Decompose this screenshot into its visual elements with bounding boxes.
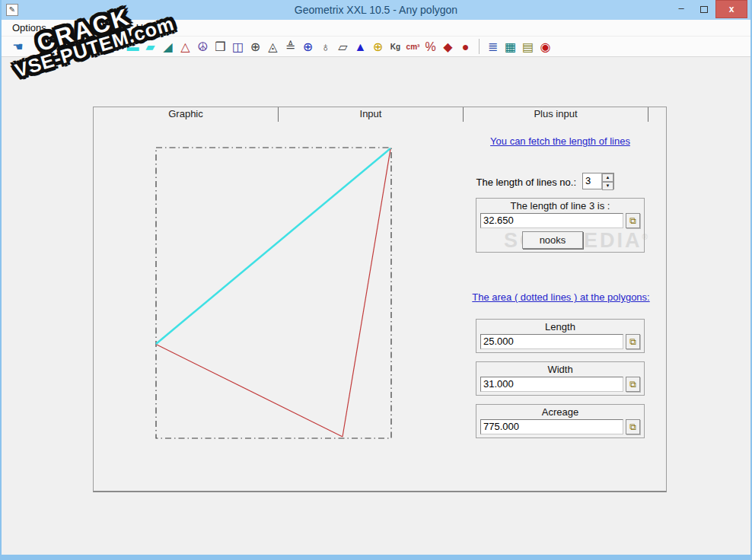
line-length-group: The length of line 3 is : 32.650 ⧉ nooks [476, 198, 645, 253]
copy-icon: ⧉ [629, 379, 636, 390]
line-length-group-label: The length of line 3 is : [476, 200, 644, 212]
triangle-icon[interactable]: △ [177, 39, 194, 55]
menu-m[interactable]: M [54, 21, 78, 35]
oval-arrows-icon[interactable]: ● [457, 39, 474, 55]
width-group: Width 31.000 ⧉ [476, 361, 645, 396]
acreage-group: Acreage 775.000 ⧉ [476, 404, 645, 438]
copy-icon: ⧉ [629, 422, 636, 432]
minimize-button[interactable]: – [670, 0, 693, 18]
acreage-row: 775.000 ⧉ [480, 419, 640, 434]
acreage-field[interactable]: 775.000 [480, 419, 623, 434]
sphere-icon[interactable]: ⊕ [247, 39, 264, 55]
percent-convert-icon[interactable]: % [422, 39, 439, 55]
area-link[interactable]: The area ( dotted lines ) at the polygon… [470, 291, 652, 304]
nooks-button[interactable]: nooks [522, 231, 583, 249]
acreage-group-label: Acreage [476, 406, 644, 418]
length-row: 25.000 ⧉ [480, 334, 640, 349]
cube-icon[interactable]: ❒ [212, 39, 229, 55]
sphere-crosshair-icon[interactable]: ⊕ [299, 39, 317, 55]
title-bar: ✎ Geometrix XXL 10.5 - Any polygon – x [2, 0, 750, 20]
polygon-line-3 [343, 149, 390, 437]
copy-icon: ⧉ [629, 336, 636, 347]
line-number-label: The length of lines no.: [473, 177, 576, 188]
sphere-radius-icon[interactable]: ☮ [194, 39, 212, 55]
rectangle-icon[interactable]: ▬ [124, 39, 142, 55]
fetch-length-link[interactable]: You can fetch the length of lines [473, 135, 648, 148]
copy-width-button[interactable]: ⧉ [626, 377, 640, 392]
cylinder-icon[interactable]: ◫ [229, 39, 247, 55]
calculator-icon[interactable]: ▦ [502, 39, 519, 55]
spinner-buttons: ▲ ▼ [602, 173, 613, 189]
width-group-label: Width [476, 364, 644, 375]
window-controls: – x [670, 0, 747, 18]
trapezoid-icon[interactable]: ▲ [352, 39, 369, 55]
menu-help[interactable]: Help [129, 21, 164, 35]
toolbar-separator [479, 39, 480, 54]
stop-icon[interactable]: ◉ [537, 39, 554, 55]
menu-bar: Options M Settings Help [2, 20, 750, 37]
maximize-icon [700, 6, 708, 13]
cubic-cm-icon[interactable]: cm³ [404, 39, 422, 55]
copy-acreage-button[interactable]: ⧉ [626, 419, 640, 434]
value-list-icon[interactable]: ≣ [484, 39, 502, 55]
exit-hand-icon[interactable]: ☚ [9, 39, 27, 55]
window-title: Geometrix XXL 10.5 - Any polygon [2, 4, 750, 16]
right-triangle-icon[interactable]: ◢ [159, 39, 177, 55]
app-window: ✎ Geometrix XXL 10.5 - Any polygon – x O… [0, 0, 752, 560]
frustum-icon[interactable]: ▱ [334, 39, 352, 55]
polygon-line-2 [157, 345, 343, 437]
length-field[interactable]: 25.000 [480, 334, 623, 349]
spinner-up-button[interactable]: ▲ [602, 173, 613, 182]
line-length-field[interactable]: 32.650 [480, 213, 623, 228]
cone-icon[interactable]: ≜ [282, 39, 299, 55]
pyramid-icon[interactable]: ◬ [264, 39, 282, 55]
line-number-value[interactable]: 3 [583, 173, 602, 189]
dashed-area-rect [156, 148, 391, 438]
width-row: 31.000 ⧉ [480, 377, 640, 392]
line-number-spinner[interactable]: 3 ▲ ▼ [582, 173, 614, 189]
toolbar: ☚▬▰◢△☮❒◫⊕◬≜⊕♁▱▲⊕Kgcm³%◆●≣▦▤◉ [2, 37, 750, 57]
ellipse-cross-icon[interactable]: ⊕ [369, 39, 387, 55]
menu-options[interactable]: Options [5, 21, 54, 35]
parallelogram-icon[interactable]: ▰ [142, 39, 159, 55]
mirror-points-icon[interactable]: ◆ [439, 39, 457, 55]
menu-settings[interactable]: Settings [78, 21, 129, 35]
close-button[interactable]: x [715, 0, 747, 18]
line-length-row: 32.650 ⧉ [480, 213, 640, 228]
main-panel: Graphic Input Plus input SOFTPEDIA® You … [93, 107, 667, 492]
copy-line-length-button[interactable]: ⧉ [626, 213, 640, 228]
length-group-label: Length [476, 321, 644, 332]
printer-icon[interactable]: ▤ [519, 39, 537, 55]
copy-icon: ⧉ [629, 215, 636, 226]
polygon-line-1 [156, 148, 390, 344]
width-field[interactable]: 31.000 [480, 377, 623, 392]
length-group: Length 25.000 ⧉ [476, 319, 645, 353]
weight-kg-icon[interactable]: Kg [387, 39, 404, 55]
maximize-button[interactable] [693, 0, 715, 18]
spinner-down-button[interactable]: ▼ [602, 182, 613, 190]
cone-crosshair-icon[interactable]: ♁ [317, 39, 334, 55]
copy-length-button[interactable]: ⧉ [626, 334, 640, 349]
